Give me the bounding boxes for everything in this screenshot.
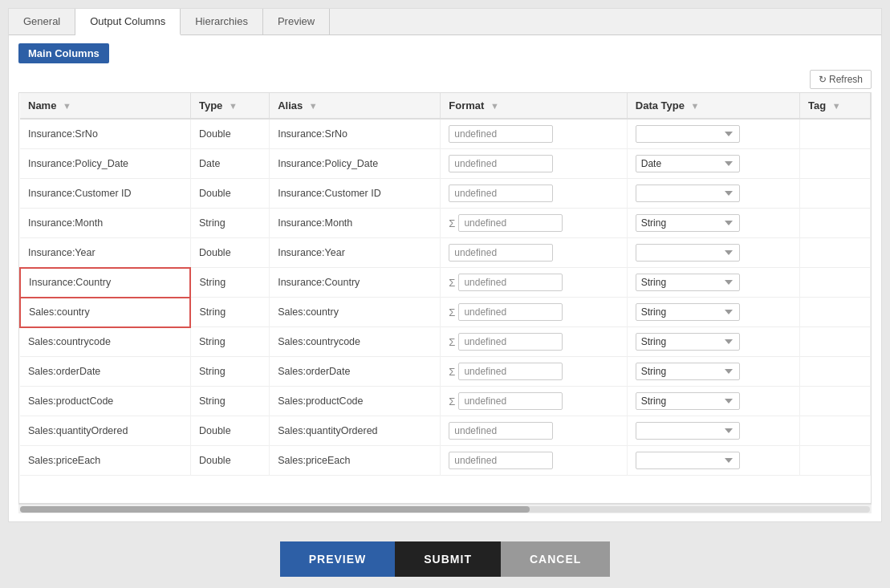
- cell-format[interactable]: [441, 179, 627, 209]
- datatype-filter-icon[interactable]: ▼: [691, 101, 700, 111]
- cell-format[interactable]: Σ: [441, 327, 627, 357]
- tab-output-columns[interactable]: Output Columns: [75, 9, 181, 35]
- cell-format[interactable]: Σ: [441, 298, 627, 327]
- cell-datatype[interactable]: DateStringDoubleIntegerBoolean: [627, 238, 799, 268]
- cell-datatype[interactable]: DateStringDoubleIntegerBoolean: [627, 416, 799, 446]
- format-input[interactable]: [449, 125, 553, 143]
- horizontal-scrollbar[interactable]: [18, 504, 872, 513]
- cell-format[interactable]: [441, 446, 627, 476]
- sigma-icon: Σ: [449, 217, 455, 229]
- sigma-icon: Σ: [449, 277, 455, 289]
- cell-datatype[interactable]: DateStringDoubleIntegerBoolean: [627, 119, 799, 149]
- format-input[interactable]: [449, 185, 553, 202]
- cell-datatype[interactable]: DateStringDoubleIntegerBoolean: [627, 357, 799, 387]
- col-header-type: Type ▼: [190, 93, 269, 119]
- col-header-tag: Tag ▼: [800, 93, 871, 119]
- table-body: Insurance:SrNoDoubleInsurance:SrNoDateSt…: [20, 119, 871, 476]
- cell-datatype[interactable]: DateStringDoubleIntegerBoolean: [627, 387, 799, 416]
- sigma-icon: Σ: [449, 366, 455, 378]
- cell-format[interactable]: [441, 238, 627, 268]
- col-header-datatype: Data Type ▼: [627, 93, 799, 119]
- cell-format[interactable]: Σ: [441, 357, 627, 387]
- table-row: Insurance:Customer IDDoubleInsurance:Cus…: [20, 179, 871, 209]
- cell-alias: Sales:countrycode: [270, 327, 441, 357]
- format-input[interactable]: [449, 422, 553, 440]
- datatype-select[interactable]: DateStringDoubleIntegerBoolean: [636, 303, 740, 321]
- col-header-name: Name ▼: [20, 93, 190, 119]
- cell-format[interactable]: Σ: [441, 387, 627, 416]
- format-input[interactable]: [449, 155, 553, 172]
- table-row: Sales:priceEachDoubleSales:priceEachDate…: [20, 446, 871, 476]
- cell-alias: Insurance:Customer ID: [270, 179, 441, 209]
- datatype-select[interactable]: DateStringDoubleIntegerBoolean: [636, 333, 740, 351]
- cell-format[interactable]: [441, 149, 627, 179]
- datatype-select[interactable]: DateStringDoubleIntegerBoolean: [636, 422, 740, 440]
- format-input[interactable]: [458, 333, 563, 351]
- cell-type: Double: [190, 416, 269, 446]
- cell-alias: Sales:orderDate: [270, 357, 441, 387]
- datatype-select[interactable]: DateStringDoubleIntegerBoolean: [636, 452, 740, 469]
- cell-format[interactable]: Σ: [441, 209, 627, 238]
- submit-button[interactable]: SUBMIT: [395, 541, 501, 577]
- format-input[interactable]: [458, 274, 563, 291]
- format-input[interactable]: [458, 363, 563, 380]
- cell-name: Sales:countrycode: [20, 327, 190, 357]
- cell-tag: [800, 387, 871, 416]
- cell-type: String: [190, 387, 269, 416]
- cell-type: Date: [190, 149, 269, 179]
- cell-tag: [800, 149, 871, 179]
- type-filter-icon[interactable]: ▼: [229, 101, 238, 111]
- cell-name: Sales:productCode: [20, 387, 190, 416]
- datatype-select[interactable]: DateStringDoubleIntegerBoolean: [636, 392, 740, 410]
- cell-alias: Sales:productCode: [270, 387, 441, 416]
- cell-format[interactable]: [441, 119, 627, 149]
- cell-name: Insurance:Policy_Date: [20, 149, 190, 179]
- cell-alias: Insurance:Country: [270, 268, 441, 298]
- cell-tag: [800, 416, 871, 446]
- table-row: Insurance:YearDoubleInsurance:YearDateSt…: [20, 238, 871, 268]
- sigma-icon: Σ: [449, 395, 455, 408]
- cell-datatype[interactable]: DateStringDoubleIntegerBoolean: [627, 298, 799, 327]
- cell-datatype[interactable]: DateStringDoubleIntegerBoolean: [627, 327, 799, 357]
- cell-datatype[interactable]: DateStringDoubleIntegerBoolean: [627, 268, 799, 298]
- datatype-select[interactable]: DateStringDoubleIntegerBoolean: [636, 214, 740, 232]
- cell-type: Double: [190, 238, 269, 268]
- cancel-button[interactable]: CANCEL: [501, 541, 610, 577]
- datatype-select[interactable]: DateStringDoubleIntegerBoolean: [636, 274, 740, 291]
- format-input[interactable]: [458, 392, 563, 410]
- cell-tag: [800, 357, 871, 387]
- format-input[interactable]: [449, 244, 553, 262]
- cell-datatype[interactable]: DateStringDoubleIntegerBoolean: [627, 209, 799, 238]
- datatype-select[interactable]: DateStringDoubleIntegerBoolean: [636, 244, 740, 262]
- format-input[interactable]: [458, 214, 563, 232]
- alias-filter-icon[interactable]: ▼: [309, 101, 318, 111]
- refresh-button[interactable]: ↻ Refresh: [810, 70, 872, 89]
- format-input[interactable]: [449, 452, 553, 469]
- preview-button[interactable]: PREVIEW: [280, 541, 396, 577]
- name-filter-icon[interactable]: ▼: [63, 101, 71, 111]
- cell-alias: Insurance:Policy_Date: [270, 149, 441, 179]
- datatype-select[interactable]: DateStringDoubleIntegerBoolean: [636, 125, 740, 143]
- col-header-alias: Alias ▼: [270, 93, 441, 119]
- tab-hierarchies[interactable]: Hierarchies: [181, 9, 263, 34]
- datatype-select[interactable]: DateStringDoubleIntegerBoolean: [636, 185, 740, 202]
- cell-type: Double: [190, 119, 269, 149]
- tab-general[interactable]: General: [9, 9, 75, 34]
- sigma-icon: Σ: [449, 306, 455, 318]
- cell-datatype[interactable]: DateStringDoubleIntegerBoolean: [627, 179, 799, 209]
- format-input[interactable]: [458, 303, 563, 321]
- cell-type: String: [190, 298, 269, 327]
- datatype-select[interactable]: DateStringDoubleIntegerBoolean: [636, 155, 740, 172]
- tag-filter-icon[interactable]: ▼: [832, 101, 841, 111]
- cell-format[interactable]: Σ: [441, 268, 627, 298]
- cell-type: String: [190, 357, 269, 387]
- cell-datatype[interactable]: DateStringDoubleIntegerBoolean: [627, 446, 799, 476]
- tab-preview[interactable]: Preview: [263, 9, 330, 34]
- cell-datatype[interactable]: DateStringDoubleIntegerBoolean: [627, 149, 799, 179]
- cell-format[interactable]: [441, 416, 627, 446]
- cell-tag: [800, 238, 871, 268]
- scrollbar-track: [20, 506, 870, 513]
- datatype-select[interactable]: DateStringDoubleIntegerBoolean: [636, 363, 740, 380]
- main-table-wrapper[interactable]: Name ▼ Type ▼ Alias ▼ Format ▼ Data Type: [18, 92, 872, 504]
- format-filter-icon[interactable]: ▼: [490, 101, 499, 111]
